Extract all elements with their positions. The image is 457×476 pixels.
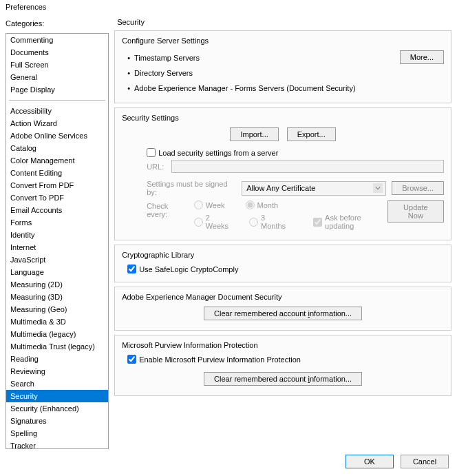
import-button[interactable]: Import... [230,127,278,141]
sidebar-item-color-management[interactable]: Color Management [6,154,108,167]
ok-button[interactable]: OK [346,455,394,468]
sidebar-item-action-wizard[interactable]: Action Wizard [6,117,108,130]
sidebar-item-reading[interactable]: Reading [6,353,108,365]
sidebar-item-multimedia-trust-legacy-[interactable]: Multimedia Trust (legacy) [6,340,108,353]
browse-button: Browse... [392,181,444,195]
cancel-button[interactable]: Cancel [401,455,449,468]
sidebar-item-security[interactable]: Security [6,390,108,402]
server-item-aem-forms: •Adobe Experience Manager - Forms Server… [122,81,444,96]
mpip-enable-checkbox[interactable]: Enable Microsoft Purview Information Pro… [127,355,301,364]
sidebar-item-multimedia-3d[interactable]: Multimedia & 3D [6,315,108,328]
signed-by-label: Settings must be signed by: [147,180,236,196]
sidebar-item-page-display[interactable]: Page Display [6,83,108,96]
group-crypto: Cryptographic Library Use SafeLogic Cryp… [114,245,451,282]
signed-by-select: Allow Any Certificate [242,181,386,196]
group-mpip: Microsoft Purview Information Protection… [114,335,451,396]
group-server-title: Configure Server Settings [122,37,444,45]
sidebar-item-documents[interactable]: Documents [6,46,108,59]
server-item-label: Timestamp Servers [134,54,200,62]
sidebar-item-multimedia-legacy-[interactable]: Multimedia (legacy) [6,328,108,340]
group-server-settings: Configure Server Settings More... •Times… [114,30,451,103]
sidebar-item-full-screen[interactable]: Full Screen [6,59,108,71]
server-item-directory: •Directory Servers [122,65,444,81]
safelogic-checkbox[interactable]: Use SafeLogic CryptoComply [127,265,238,273]
more-button[interactable]: More... [400,50,444,64]
group-security-settings: Security Settings Import... Export... Lo… [114,107,451,240]
sidebar-item-language[interactable]: Language [6,266,108,278]
radio-month-input [246,200,255,209]
sidebar-item-javascript[interactable]: JavaScript [6,253,108,266]
panel-title: Security [117,18,451,26]
radio-3months-input [249,218,258,227]
sidebar-item-convert-from-pdf[interactable]: Convert From PDF [6,179,108,192]
sidebar-item-signatures[interactable]: Signatures [6,415,108,427]
server-item-label: Directory Servers [134,69,193,77]
load-from-server-input[interactable] [147,148,156,157]
load-from-server-checkbox[interactable]: Load security settings from a server [147,148,278,157]
check-every-label: Check every: [147,200,188,218]
update-now-button: Update Now [387,200,444,223]
group-crypto-title: Cryptographic Library [122,251,444,259]
radio-2weeks: 2 Weeks [194,214,228,230]
signed-by-value: Allow Any Certificate [246,184,315,192]
sidebar-item-measuring-3d-[interactable]: Measuring (3D) [6,291,108,303]
sidebar-item-reviewing[interactable]: Reviewing [6,365,108,377]
sidebar-item-catalog[interactable]: Catalog [6,142,108,154]
export-button[interactable]: Export... [287,127,336,141]
radio-week-input [194,200,203,209]
sidebar-item-convert-to-pdf[interactable]: Convert To PDF [6,192,108,204]
radio-week: Week [194,200,225,209]
ask-before-input [313,218,322,227]
radio-month: Month [246,200,279,209]
server-item-timestamp: •Timestamp Servers [122,50,444,65]
safelogic-input[interactable] [127,265,136,273]
sidebar-item-security-enhanced-[interactable]: Security (Enhanced) [6,402,108,415]
radio-2weeks-input [194,218,203,227]
dialog-footer: OK Cancel [0,449,457,474]
sidebar-item-internet[interactable]: Internet [6,241,108,253]
sidebar-item-search[interactable]: Search [6,377,108,390]
sidebar-item-content-editing[interactable]: Content Editing [6,167,108,179]
ask-before-checkbox: Ask before updating [313,214,376,230]
group-security-title: Security Settings [122,114,444,122]
sidebar: Categories: CommentingDocumentsFull Scre… [6,17,109,449]
sidebar-item-adobe-online-services[interactable]: Adobe Online Services [6,130,108,142]
url-label: URL: [147,163,166,171]
sidebar-item-measuring-2d-[interactable]: Measuring (2D) [6,278,108,291]
radio-3months: 3 Months [249,214,286,230]
group-aem-title: Adobe Experience Manager Document Securi… [122,293,444,301]
sidebar-separator [9,100,105,101]
group-aem: Adobe Experience Manager Document Securi… [114,287,451,331]
chevron-down-icon [373,183,383,193]
url-input [171,160,444,173]
sidebar-item-spelling[interactable]: Spelling [6,427,108,439]
mpip-enable-label: Enable Microsoft Purview Information Pro… [139,355,301,364]
clear-account-aem-button[interactable]: Clear remembered account information... [204,307,362,320]
group-mpip-title: Microsoft Purview Information Protection [122,341,444,349]
window-title: Preferences [0,0,457,14]
sidebar-item-identity[interactable]: Identity [6,229,108,241]
server-item-label: Adobe Experience Manager - Forms Servers… [134,84,356,92]
categories-list[interactable]: CommentingDocumentsFull ScreenGeneralPag… [6,33,109,449]
sidebar-item-general[interactable]: General [6,71,108,83]
load-from-server-label: Load security settings from a server [158,149,278,157]
sidebar-item-email-accounts[interactable]: Email Accounts [6,204,108,216]
mpip-enable-input[interactable] [127,355,136,364]
safelogic-label: Use SafeLogic CryptoComply [139,265,238,273]
security-panel: Security Configure Server Settings More.… [114,17,451,449]
clear-account-mpip-button[interactable]: Clear remembered account information... [204,372,362,386]
sidebar-item-forms[interactable]: Forms [6,216,108,229]
sidebar-item-tracker[interactable]: Tracker [6,439,108,449]
sidebar-item-accessibility[interactable]: Accessibility [6,105,108,117]
categories-label: Categories: [6,17,109,30]
sidebar-item-measuring-geo-[interactable]: Measuring (Geo) [6,303,108,315]
sidebar-item-commenting[interactable]: Commenting [6,34,108,46]
